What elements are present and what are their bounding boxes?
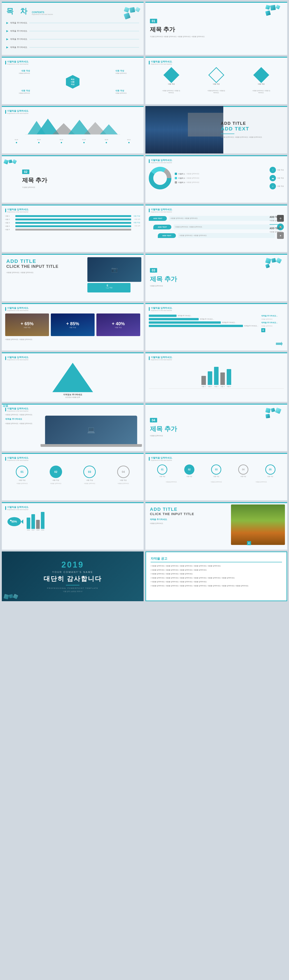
legend-text-2: 이탤릭 2 — [178, 177, 185, 180]
add-title-content: ADD TITLE ADD TEXT 내용을 입력하세요. 내용을 입력하세요.… — [216, 106, 287, 153]
slide3-header: 이탤릭을 입력하세요. Experience is the best teach… — [5, 60, 140, 65]
para-1: • 내용을 입력하세요. 내용을 입력하세요. 내용을 입력하세요. 내용을 입… — [151, 565, 282, 568]
fbar-3: 2018 — [36, 520, 40, 531]
legend-text-1: 이탤릭 1 — [178, 173, 185, 175]
slide-circles: 이탤릭을 입력하세요. Experience is the best teach… — [2, 453, 144, 500]
desc-2: 내용을 입력하세요. 내용을 입력하세요. — [207, 90, 225, 94]
sbar-3 — [149, 321, 221, 324]
timeline-dots — [5, 142, 140, 144]
diamond-label-3: 내용 작성 — [258, 83, 265, 85]
right-item-3: ♪ 내용 작성 — [270, 183, 284, 189]
slide9-header: 이탤릭을 입력하세요. Experience is the best teach… — [5, 208, 140, 213]
laptop-base — [40, 444, 142, 447]
vbar-1: 내용 1 — [202, 376, 206, 388]
bar-label-1: 내용 1 — [5, 215, 14, 217]
slide-title-kr-02: 제목 추가 — [22, 176, 139, 184]
cube-f — [9, 159, 12, 163]
desc-1: 내용을 입력하세요. 내용을 입력하세요. — [162, 90, 180, 94]
vbar-fill-2 — [208, 371, 212, 385]
add-title-text: ADD TITLE — [221, 121, 283, 126]
pval-3: + 40% — [112, 321, 125, 326]
lcube-2 — [5, 404, 8, 407]
toc-text-4: 제목을 추가하세요. — [10, 46, 27, 49]
label-3: 01.21 — [60, 139, 63, 140]
slide14-title: 이탤릭을 입력하세요. — [151, 307, 173, 310]
add-text-label-1: ADD TEXT — [270, 216, 283, 218]
desc-3: 내용을 입력하세요. 내용을 입력하세요. — [252, 90, 270, 94]
slide-circles-v2: 이탤릭을 입력하세요. Experience is the best teach… — [145, 453, 287, 500]
mountain-chart — [5, 116, 140, 137]
legend-item-3: 이탤릭 3 내용을 입력하세요 — [175, 181, 199, 184]
step-2: ADD TEXT — [153, 225, 171, 229]
c5lbl-2: 내용 작성 — [186, 476, 192, 477]
tdot-6 — [128, 142, 130, 144]
fcube-1 — [4, 594, 9, 600]
final-cubes — [4, 594, 22, 599]
fish-bars: 2016 2017 2018 2019 — [27, 512, 140, 531]
legend-dot-1 — [175, 173, 177, 175]
slide4-header: 이탤릭을 입력하세요. Experience is the best teach… — [149, 60, 284, 65]
hex-item-3: 내용 작성 내용을 입력하세요 — [19, 89, 30, 94]
fbar-1: 2016 — [27, 517, 30, 531]
tri-title: 지역정보 추가하세요 — [5, 393, 140, 396]
slide10-sub: Experience is the best teacher — [151, 211, 173, 213]
cdesc-1: 내용을 입력하세요 — [16, 482, 28, 485]
step-row-2: ADD TEXT 내용을 입력하세요. 내용을 입력하세요. 🏠 — [153, 224, 284, 230]
tri-subtitle: 보안정보 내용을 입력 — [5, 396, 140, 398]
slide20-title: 이탤릭을 입력하세요. — [151, 456, 173, 460]
stair-info-desc-2: 내용을 입력하세요 — [261, 325, 284, 327]
mountain-svg — [19, 116, 127, 137]
plabel-2: 내용 작성 — [69, 326, 76, 329]
stair-arrow — [276, 342, 283, 346]
c5-circle-4: 04 — [238, 465, 248, 475]
toc-arrow-3: ▶ — [6, 38, 8, 41]
legend-dot-3 — [175, 181, 177, 183]
clabel-4: 내용 작성 — [120, 479, 127, 481]
fbar-fill-1 — [27, 517, 30, 529]
step-1: ADD TEXT — [149, 216, 167, 221]
slide-num-badge-03: 03 — [150, 268, 157, 272]
circles-area: 01 내용 작성 내용을 입력하세요 02 내용 작성 내용을 입력하세요 03… — [5, 466, 140, 485]
diamond-label-2: 내용 작성 — [213, 83, 220, 85]
circle-grp-1: 01 내용 작성 내용을 입력하세요 — [16, 466, 28, 485]
fbar-lbl-4: 2019 — [41, 529, 44, 531]
cube-1 — [124, 7, 130, 13]
slide8-sub: Experience is the best teacher — [151, 162, 173, 164]
final-thanks: 대단히 감사합니다 — [44, 574, 102, 583]
diamond-2: 내용 작성 — [211, 69, 222, 85]
bar-fill-2 — [15, 218, 131, 220]
tdot-2 — [38, 142, 40, 144]
vbar-3: 내용 3 — [214, 367, 219, 388]
vbar-lbl-1: 내용 1 — [202, 386, 205, 388]
body-22: 내용을 입력하세요. — [150, 522, 223, 525]
fish-percent: 85% — [11, 520, 17, 523]
cube-e — [3, 159, 9, 164]
slide-wave-steps: 이탤릭을 입력하세요. Experience is the best teach… — [145, 205, 287, 252]
bar-label-4: 내용 4 — [5, 225, 14, 228]
header-bar-21 — [5, 506, 6, 510]
toc-text-2: 제목을 추가하세요. — [10, 30, 27, 33]
body-11: 내용을 입력하세요. 내용을 입력하세요. — [6, 271, 79, 274]
legend-val-1: 내용을 입력하세요 — [186, 173, 199, 175]
legend-item-1: 이탤릭 1 내용을 입력하세요 — [175, 173, 199, 175]
slide-title-kr-04: 제목 추가 — [150, 425, 283, 433]
fbar-4: 2019 — [41, 512, 44, 531]
slide-num-badge-02: 02 — [22, 170, 29, 174]
slide-num-badge: 01 — [150, 19, 157, 23]
para-6: • 내용을 입력하세요. 내용을 입력하세요. 내용을 입력하세요. 내용을 입… — [151, 584, 282, 587]
pval-1: + 65% — [21, 321, 33, 326]
slide-desc-02: 지금을 입력하세요 — [22, 186, 139, 188]
right-item-1: ↑ 내용 작성 — [270, 167, 284, 173]
cube-3 — [135, 7, 141, 13]
add-text-text: ADD TEXT — [221, 126, 283, 132]
triangle-info: 지역정보 추가하세요 보안정보 내용을 입력 — [5, 393, 140, 398]
vbar-2: 내용 2 — [208, 371, 212, 388]
hex-item-1: 내용 작성 내용을 입력하세요 — [19, 69, 30, 74]
wave-area: ADD TEXT 내용을 입력하세요. 내용을 입력하세요. ⚙ ADD TEX… — [149, 215, 284, 239]
cube-g — [12, 159, 17, 164]
slide13-title: 이탤릭을 입력하세요. — [7, 307, 29, 310]
slide17-title: 이탤릭을 입력하세요. — [7, 407, 29, 410]
header-bar-5 — [5, 110, 6, 114]
cube-k — [265, 264, 270, 268]
slide3-sub: Experience is the best teacher — [7, 63, 29, 65]
